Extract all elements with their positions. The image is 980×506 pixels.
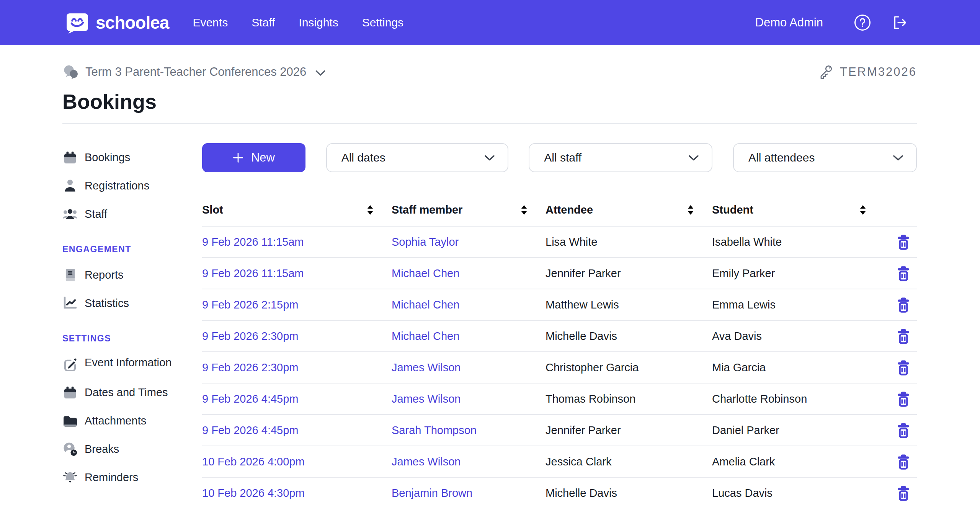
staff-member-link[interactable]: Michael Chen: [392, 267, 546, 280]
table-row: 10 Feb 2026 4:30pm Benjamin Brown Michel…: [202, 478, 917, 506]
people-icon: [62, 206, 78, 222]
trash-icon: [896, 485, 911, 501]
slot-link[interactable]: 10 Feb 2026 4:00pm: [202, 455, 392, 468]
brand-logo[interactable]: schoolea: [65, 11, 169, 34]
sidebar-item-registrations[interactable]: Registrations: [62, 171, 178, 200]
breadcrumb-row: Term 3 Parent-Teacher Conferences 2026 T…: [62, 64, 917, 80]
sidebar-item-event-information[interactable]: Event Information: [62, 350, 178, 378]
chevron-down-icon: [485, 155, 495, 161]
user-name: Demo Admin: [755, 16, 823, 29]
logout-icon: [891, 14, 909, 31]
sort-icon: [860, 205, 866, 215]
trash-icon: [896, 297, 911, 313]
student-name: Charlotte Robinson: [712, 393, 884, 405]
delete-booking-button[interactable]: [896, 296, 911, 313]
brand-name: schoolea: [96, 12, 169, 33]
chevron-down-icon: [893, 155, 903, 161]
slot-link[interactable]: 9 Feb 2026 4:45pm: [202, 393, 392, 405]
staff-member-link[interactable]: Benjamin Brown: [392, 487, 546, 499]
table-row: 9 Feb 2026 11:15am Michael Chen Jennifer…: [202, 258, 917, 289]
staff-member-link[interactable]: Sophia Taylor: [392, 236, 546, 248]
nav-settings[interactable]: Settings: [362, 16, 403, 29]
trash-icon: [896, 454, 911, 470]
help-button[interactable]: [854, 14, 871, 31]
chevron-down-icon: [689, 155, 699, 161]
sidebar-item-breaks[interactable]: Breaks: [62, 435, 178, 463]
attendee-name: Michelle Davis: [546, 330, 712, 343]
event-switcher[interactable]: Term 3 Parent-Teacher Conferences 2026: [62, 65, 325, 79]
slot-link[interactable]: 9 Feb 2026 2:30pm: [202, 330, 392, 343]
student-name: Amelia Clark: [712, 455, 884, 468]
delete-booking-button[interactable]: [896, 328, 911, 344]
delete-booking-button[interactable]: [896, 453, 911, 470]
table-row: 9 Feb 2026 2:15pm Michael Chen Matthew L…: [202, 289, 917, 321]
filter-staff-dropdown[interactable]: All staff: [529, 143, 712, 172]
calendar-icon: [62, 150, 78, 165]
slot-link[interactable]: 9 Feb 2026 2:30pm: [202, 361, 392, 374]
trash-icon: [896, 234, 911, 250]
table-row: 9 Feb 2026 11:15am Sophia Taylor Lisa Wh…: [202, 227, 917, 258]
delete-booking-button[interactable]: [896, 422, 911, 439]
top-bar: schoolea Events Staff Insights Settings …: [0, 0, 980, 45]
staff-member-link[interactable]: James Wilson: [392, 361, 546, 374]
bookings-table: Slot Staff member Attendee Student: [202, 194, 917, 506]
sidebar-item-statistics[interactable]: Statistics: [62, 289, 178, 317]
sidebar-item-staff[interactable]: Staff: [62, 200, 178, 228]
sidebar-item-dates-and-times[interactable]: Dates and Times: [62, 378, 178, 406]
sidebar-item-reports[interactable]: Reports: [62, 261, 178, 289]
nav-insights[interactable]: Insights: [299, 16, 338, 29]
column-header-staff-member[interactable]: Staff member: [392, 204, 546, 216]
attendee-name: Lisa White: [546, 236, 712, 248]
staff-member-link[interactable]: James Wilson: [392, 393, 546, 405]
staff-member-link[interactable]: James Wilson: [392, 455, 546, 468]
staff-member-link[interactable]: Sarah Thompson: [392, 424, 546, 437]
delete-booking-button[interactable]: [896, 485, 911, 501]
filter-attendees-dropdown[interactable]: All attendees: [733, 143, 917, 172]
delete-booking-button[interactable]: [896, 233, 911, 250]
student-name: Emily Parker: [712, 267, 884, 280]
delete-booking-button[interactable]: [896, 265, 911, 282]
sidebar-item-attachments[interactable]: Attachments: [62, 406, 178, 435]
event-code: TERM32026: [818, 64, 917, 80]
top-navigation: Events Staff Insights Settings: [193, 16, 403, 29]
student-name: Isabella White: [712, 236, 884, 248]
slot-link[interactable]: 9 Feb 2026 11:15am: [202, 267, 392, 280]
slot-link[interactable]: 9 Feb 2026 11:15am: [202, 236, 392, 248]
person-clock-icon: [62, 441, 78, 457]
main-panel: New All dates All staff All attendees: [202, 143, 917, 506]
staff-member-link[interactable]: Michael Chen: [392, 299, 546, 311]
logout-button[interactable]: [891, 14, 909, 31]
person-icon: [62, 178, 78, 193]
page-title: Bookings: [62, 90, 917, 113]
event-code-text: TERM32026: [840, 65, 917, 79]
column-header-slot[interactable]: Slot: [202, 204, 392, 216]
attendee-name: Jennifer Parker: [546, 424, 712, 437]
chart-icon: [62, 295, 78, 311]
student-name: Ava Davis: [712, 330, 884, 343]
column-header-attendee[interactable]: Attendee: [546, 204, 712, 216]
slot-link[interactable]: 9 Feb 2026 4:45pm: [202, 424, 392, 437]
delete-booking-button[interactable]: [896, 359, 911, 376]
trash-icon: [896, 265, 911, 282]
column-header-student[interactable]: Student: [712, 204, 884, 216]
toolbar: New All dates All staff All attendees: [202, 143, 917, 172]
staff-member-link[interactable]: Michael Chen: [392, 330, 546, 343]
table-row: 10 Feb 2026 4:00pm James Wilson Jessica …: [202, 446, 917, 478]
delete-booking-button[interactable]: [896, 390, 911, 407]
table-row: 9 Feb 2026 4:45pm James Wilson Thomas Ro…: [202, 384, 917, 415]
trash-icon: [896, 422, 911, 439]
sidebar-item-reminders[interactable]: Reminders: [62, 463, 178, 491]
sort-icon: [521, 205, 527, 215]
trash-icon: [896, 359, 911, 376]
slot-link[interactable]: 10 Feb 2026 4:30pm: [202, 487, 392, 499]
nav-events[interactable]: Events: [193, 16, 228, 29]
slot-link[interactable]: 9 Feb 2026 2:15pm: [202, 299, 392, 311]
filter-dates-dropdown[interactable]: All dates: [326, 143, 508, 172]
chat-bubbles-icon: [62, 65, 78, 79]
new-booking-button[interactable]: New: [202, 143, 305, 172]
trash-icon: [896, 328, 911, 344]
sidebar-item-bookings[interactable]: Bookings: [62, 143, 178, 171]
student-name: Mia Garcia: [712, 361, 884, 374]
nav-staff[interactable]: Staff: [252, 16, 275, 29]
attendee-name: Christopher Garcia: [546, 361, 712, 374]
